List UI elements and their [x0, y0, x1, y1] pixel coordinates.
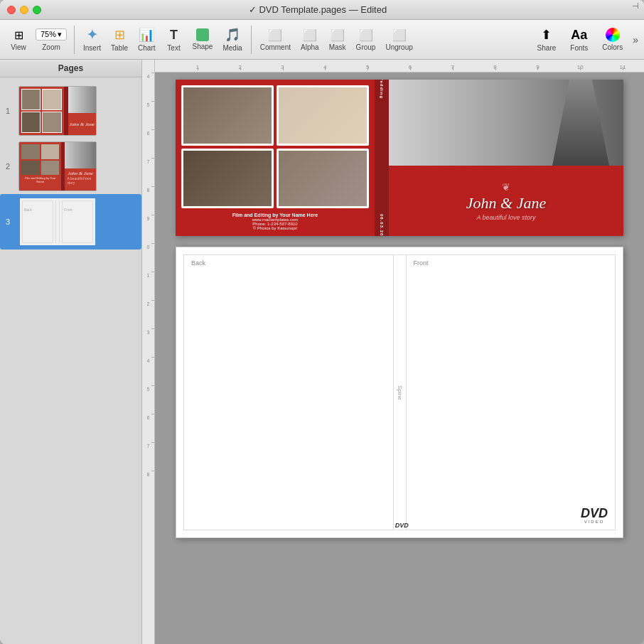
close-button[interactable]	[7, 6, 16, 14]
view-button[interactable]: ⊞ View	[6, 26, 31, 53]
photo-slot-1[interactable]	[181, 85, 274, 146]
shape-icon	[196, 28, 209, 41]
comment-icon: ⬜	[268, 28, 282, 42]
comment-button[interactable]: ⬜ Comment	[256, 26, 295, 53]
canvas-scroll[interactable]: Film and Editing by Your Name Here www.m…	[155, 73, 644, 644]
page-thumb-3[interactable]: 3 Back Front	[0, 194, 141, 249]
zoom-value: 75%	[41, 30, 56, 38]
chart-label: Chart	[138, 44, 155, 52]
dvd-front: ❦ John & Jane A beautiful love story	[389, 80, 623, 236]
dvd-back: Film and Editing by Your Name Here www.m…	[176, 80, 375, 236]
ungroup-button[interactable]: ⬜ Ungroup	[381, 26, 417, 53]
zoom-control: 75% ▾ Zoom	[33, 28, 70, 51]
toolbar: ⊞ View 75% ▾ Zoom ✦ Insert ⊞ Table 📊 Cha…	[0, 20, 644, 60]
text-button[interactable]: T Text	[161, 26, 187, 54]
photos-grid	[181, 85, 369, 208]
ruler-mark-8b: 8	[142, 471, 154, 499]
more-button[interactable]: »	[633, 34, 638, 45]
sidebar: Pages 1	[0, 60, 142, 644]
share-label: Share	[537, 44, 557, 52]
fonts-button[interactable]: Aa Fonts	[566, 26, 592, 54]
zoom-arrow: ▾	[58, 30, 62, 39]
ruler-mark-2: 2	[142, 300, 154, 328]
insert-button[interactable]: ✦ Insert	[79, 25, 105, 54]
alpha-button[interactable]: ⬜ Alpha	[296, 26, 323, 53]
back-label: Back	[187, 257, 210, 269]
dvd-front-bottom: ❦ John & Jane A beautiful love story	[389, 166, 623, 236]
window-title: ✓ DVD Template.pages — Edited	[41, 4, 594, 15]
share-button[interactable]: ⬆ Share	[533, 25, 561, 54]
love-story: A beautiful love story	[476, 214, 535, 221]
template-panels: Back Spine Front	[183, 254, 616, 530]
ruler-7: 7	[431, 64, 474, 70]
page-preview-dvd-cover[interactable]: Film and Editing by Your Name Here www.m…	[176, 80, 623, 236]
page-thumb-1[interactable]: 1	[0, 83, 141, 139]
photo-slot-4[interactable]	[277, 149, 369, 209]
ruler-8: 8	[474, 64, 517, 70]
tc2-caption: Film and Editing by Your Name	[21, 175, 59, 183]
ruler-1: 1	[176, 64, 219, 70]
content-area: 4 5 6 7 8 9 0 1 2 3 4 5 6 7 8	[142, 60, 644, 644]
dvd-video: VIDEO	[581, 520, 608, 524]
page-preview-template[interactable]: Back Spine Front	[176, 247, 623, 538]
alpha-icon: ⬜	[303, 28, 317, 42]
ruler-mark-4: 4	[142, 73, 154, 101]
spine-wedding: Wedding	[380, 80, 384, 99]
ruler-2: 2	[219, 64, 262, 70]
view-icon: ⊞	[14, 28, 23, 42]
layout-with-ruler: 4 5 6 7 8 9 0 1 2 3 4 5 6 7 8	[142, 60, 644, 644]
share-icon: ⬆	[541, 27, 552, 43]
template-front: Front DVD VIDEO	[407, 255, 616, 530]
dvd-logo: DVD	[581, 507, 608, 520]
photo-slot-2[interactable]	[277, 85, 369, 146]
colors-button[interactable]: Colors	[598, 26, 627, 53]
ruler-mark-5b: 5	[142, 385, 154, 414]
ruler-mark-7: 7	[142, 158, 154, 186]
resize-handle[interactable]	[633, 3, 641, 11]
titlebar: ✓ DVD Template.pages — Edited	[0, 0, 644, 20]
ruler-mark-0: 0	[142, 243, 154, 272]
media-button[interactable]: 🎵 Media	[218, 25, 246, 54]
ruler-mark-7b: 7	[142, 442, 154, 471]
shape-label: Shape	[193, 43, 213, 50]
ruler-left: 4 5 6 7 8 9 0 1 2 3 4 5 6 7 8	[142, 60, 155, 644]
ruler-mark-5: 5	[142, 101, 154, 129]
group-icon: ⬜	[359, 28, 373, 42]
mask-button[interactable]: ⬜ Mask	[325, 26, 350, 53]
main-window: ✓ DVD Template.pages — Edited ⊞ View 75%…	[0, 0, 644, 644]
fonts-label: Fonts	[570, 44, 588, 52]
minimize-button[interactable]	[20, 6, 28, 14]
page-thumb-2[interactable]: 2 Film and Editing by Your Name	[0, 139, 141, 194]
zoom-label: Zoom	[42, 43, 60, 51]
front-label: Front	[409, 257, 433, 269]
ruler-10: 10	[559, 64, 601, 70]
ruler-mark-1: 1	[142, 272, 154, 300]
insert-label: Insert	[83, 44, 101, 52]
mask-icon: ⬜	[331, 28, 345, 42]
table-button[interactable]: ⊞ Table	[107, 25, 132, 54]
ruler-top: 1 2 3 4 5 6 7 8 9 10 11	[155, 60, 644, 73]
shape-button[interactable]: Shape	[188, 26, 218, 53]
photo-slot-3[interactable]	[181, 149, 274, 209]
fullscreen-button[interactable]	[33, 6, 41, 14]
film-credit: Film and Editing by Your Name Here	[181, 213, 369, 218]
ruler-mark-4b: 4	[142, 357, 154, 385]
fonts-icon: Aa	[571, 28, 587, 43]
template-layout: Back Spine Front	[176, 247, 623, 537]
zoom-box[interactable]: 75% ▾	[36, 28, 67, 41]
ruler-6: 6	[389, 64, 431, 70]
main-area: Pages 1	[0, 60, 644, 644]
group-button[interactable]: ⬜ Group	[352, 26, 380, 53]
spine-label: Spine	[397, 385, 403, 399]
couple-silhouette	[552, 80, 609, 166]
traffic-lights	[7, 6, 41, 14]
colors-icon	[606, 28, 620, 42]
ruler-4: 4	[304, 64, 346, 70]
spine-date: 06.03.2014	[380, 214, 384, 236]
template-spine: Spine	[394, 255, 407, 530]
dvd-small: DVD	[395, 522, 409, 529]
dvd-back-text: Film and Editing by Your Name Here www.m…	[181, 211, 369, 230]
chart-button[interactable]: 📊 Chart	[134, 25, 159, 54]
page-num-1: 1	[6, 107, 14, 115]
comment-label: Comment	[260, 43, 291, 51]
